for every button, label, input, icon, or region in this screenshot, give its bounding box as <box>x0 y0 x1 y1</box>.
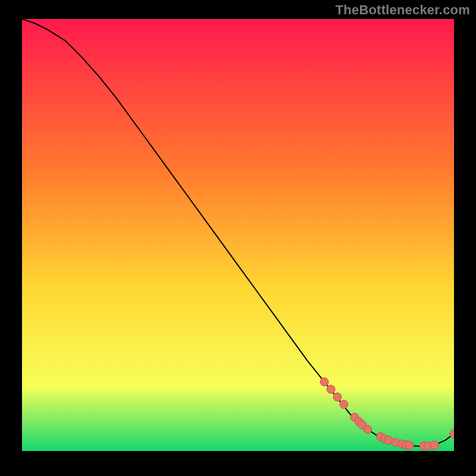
data-marker <box>430 441 439 449</box>
data-marker <box>384 436 393 444</box>
data-marker <box>333 393 342 401</box>
data-marker <box>327 385 335 393</box>
data-marker <box>320 378 328 386</box>
plot-area <box>22 19 454 451</box>
chart-stage: TheBottlenecker.com <box>0 0 476 476</box>
data-marker <box>405 441 414 450</box>
attribution-text: TheBottlenecker.com <box>336 2 470 18</box>
data-marker <box>340 400 348 409</box>
data-marker <box>364 425 372 434</box>
gradient-background <box>22 19 454 451</box>
bottleneck-chart <box>22 19 454 451</box>
